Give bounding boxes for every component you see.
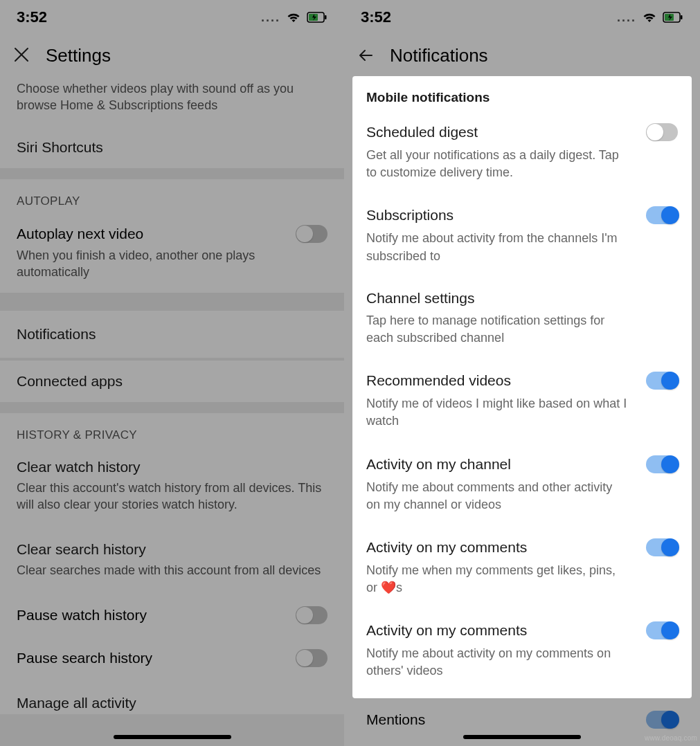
gap [0,293,344,311]
activity-channel-desc: Notify me about comments and other activ… [366,473,629,523]
activity-channel-toggle[interactable] [646,455,678,473]
pause-search-toggle[interactable] [296,649,327,667]
activity-comments-likes-desc: Notify me when my comments get likes, pi… [366,556,629,606]
left-content: Choose whether videos play with sound of… [0,76,344,746]
siri-shortcuts-label: Siri Shortcuts [17,139,103,155]
gap [0,402,344,413]
status-right: .... [617,10,683,25]
autoplay-section-header: AUTOPLAY [0,179,344,214]
activity-comments-likes-label: Activity on my comments [366,539,527,556]
mobile-notifications-title: Mobile notifications [352,76,692,111]
clear-watch-history-row[interactable]: Clear watch history [0,448,344,478]
status-bar: 3:52 .... [344,0,700,35]
notifications-row[interactable]: Notifications [0,311,344,358]
battery-charging-icon [663,12,683,23]
clear-watch-label: Clear watch history [17,459,141,475]
mentions-label: Mentions [366,711,425,728]
subscriptions-label: Subscriptions [366,207,454,224]
back-arrow-icon[interactable] [357,46,376,65]
svg-rect-4 [681,15,683,19]
close-icon[interactable] [12,46,32,65]
pause-watch-label: Pause watch history [17,607,147,624]
activity-comments-others-desc: Notify me about activity on my comments … [366,639,629,689]
channel-settings-desc: Tap here to manage notification settings… [366,307,629,356]
subscriptions-desc: Notify me about activity from the channe… [366,224,629,274]
mentions-item[interactable]: Mentions [344,698,700,731]
scheduled-digest-label: Scheduled digest [366,124,478,140]
home-indicator [114,735,231,739]
pause-watch-row[interactable]: Pause watch history [0,591,344,637]
clear-search-history-row[interactable]: Clear search history [0,526,344,561]
status-bar: 3:52 .... [0,0,344,35]
page-title: Notifications [390,45,488,66]
history-section-header: HISTORY & PRIVACY [0,413,344,448]
header-left: Settings [0,35,344,76]
status-right: .... [261,10,327,25]
svg-rect-1 [325,15,327,19]
status-time: 3:52 [17,8,47,26]
clear-watch-desc: Clear this account's watch history from … [0,478,344,526]
watermark: www.deoaq.com [645,734,697,742]
connected-apps-row[interactable]: Connected apps [0,361,344,402]
activity-comments-others-toggle[interactable] [646,621,678,639]
autoplay-desc: When you finish a video, another one pla… [0,246,344,293]
autoplay-toggle[interactable] [296,225,327,243]
siri-shortcuts-row[interactable]: Siri Shortcuts [0,127,344,168]
scheduled-digest-desc: Get all your notifications as a daily di… [366,141,629,191]
notifications-card: Mobile notifications Scheduled digest Ge… [352,76,692,698]
autoplay-row[interactable]: Autoplay next video [0,214,344,246]
recommended-videos-item[interactable]: Recommended videos Notify me of videos I… [352,359,692,442]
header-right: Notifications [344,35,700,76]
activity-comments-likes-toggle[interactable] [646,538,678,556]
activity-comments-others-label: Activity on my comments [366,622,527,639]
subscriptions-item[interactable]: Subscriptions Notify me about activity f… [352,194,692,277]
connected-apps-label: Connected apps [17,373,123,389]
phone-right: 3:52 .... Notifications Mobile notificat… [344,0,700,746]
battery-charging-icon [307,12,327,23]
subscriptions-toggle[interactable] [646,206,678,224]
phone-left: 3:52 .... Settings Choose whether videos… [0,0,344,746]
muted-playback-desc: Choose whether videos play with sound of… [0,76,344,127]
scheduled-digest-toggle[interactable] [646,123,678,141]
right-content: Mobile notifications Scheduled digest Ge… [344,76,700,746]
clear-search-desc: Clear searches made with this account fr… [0,561,344,591]
scheduled-digest-item[interactable]: Scheduled digest Get all your notificati… [352,111,692,194]
clear-search-label: Clear search history [17,541,146,557]
activity-channel-item[interactable]: Activity on my channel Notify me about c… [352,443,692,526]
status-time: 3:52 [361,8,391,26]
pause-search-label: Pause search history [17,650,152,666]
wifi-icon [642,11,657,24]
pause-search-row[interactable]: Pause search history [0,637,344,680]
channel-settings-item[interactable]: Channel settings Tap here to manage noti… [352,278,692,359]
activity-comments-others-item[interactable]: Activity on my comments Notify me about … [352,609,692,692]
activity-comments-likes-item[interactable]: Activity on my comments Notify me when m… [352,526,692,609]
home-indicator [463,735,581,739]
recommended-videos-label: Recommended videos [366,372,511,389]
activity-channel-label: Activity on my channel [366,456,511,473]
autoplay-label: Autoplay next video [17,226,143,242]
manage-all-activity-row[interactable]: Manage all activity [0,680,344,714]
page-title: Settings [46,45,111,66]
wifi-icon [286,11,301,24]
channel-settings-label: Channel settings [366,290,474,307]
gap [0,168,344,179]
recommended-videos-toggle[interactable] [646,372,678,390]
mentions-toggle[interactable] [646,711,678,729]
pause-watch-toggle[interactable] [296,606,327,624]
recommended-videos-desc: Notify me of videos I might like based o… [366,390,629,439]
manage-all-label: Manage all activity [17,695,136,711]
signal-dots-icon: .... [261,10,280,25]
signal-dots-icon: .... [617,10,636,25]
notifications-label: Notifications [17,326,96,342]
